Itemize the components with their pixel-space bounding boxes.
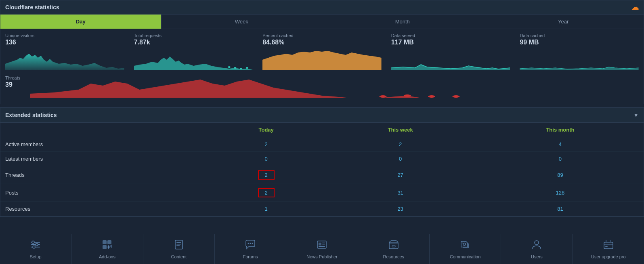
svg-point-13 (453, 95, 460, 98)
nav-item-user-upgrade[interactable]: User upgrade pro (573, 234, 644, 252)
content-icon (173, 239, 185, 252)
nav-item-forums[interactable]: Forums (215, 234, 286, 252)
svg-point-29 (252, 243, 253, 244)
row-week: 0 (324, 152, 476, 166)
svg-point-3 (234, 67, 236, 69)
row-label: Threads (0, 166, 208, 184)
total-requests-value: 7.87k (134, 39, 253, 46)
collapse-icon[interactable]: ▼ (633, 112, 639, 118)
svg-rect-25 (176, 244, 181, 245)
svg-point-4 (240, 68, 242, 69)
extended-stats-table: Today This week This month Active member… (0, 123, 644, 216)
stat-data-cached: Data cached 99 MB (515, 33, 644, 70)
row-label: Posts (0, 184, 208, 202)
stat-data-served: Data served 117 MB (386, 33, 515, 70)
data-cached-label: Data cached (520, 33, 639, 38)
svg-point-19 (33, 246, 35, 248)
unique-visitors-label: Unique visitors (5, 33, 124, 38)
addons-icon (101, 239, 113, 252)
svg-rect-21 (107, 240, 111, 244)
users-icon (531, 239, 542, 252)
svg-rect-32 (322, 243, 325, 243)
news-publisher-icon (316, 239, 327, 252)
svg-rect-42 (605, 246, 608, 247)
svg-rect-34 (319, 246, 325, 247)
svg-point-5 (246, 67, 248, 69)
row-month: 81 (477, 202, 644, 216)
svg-rect-37 (392, 245, 395, 247)
row-week: 31 (324, 184, 476, 202)
tab-week[interactable]: Week (162, 15, 323, 29)
col-header-today: Today (208, 123, 324, 137)
nav-item-addons[interactable]: Add-ons (71, 234, 143, 252)
row-label: Active members (0, 137, 208, 152)
tab-month[interactable]: Month (322, 15, 483, 29)
data-served-value: 117 MB (391, 39, 510, 46)
row-today: 0 (208, 152, 324, 166)
svg-rect-41 (604, 244, 613, 245)
threats-row: Threats 39 (0, 74, 644, 104)
total-requests-label: Total requests (134, 33, 253, 38)
svg-rect-20 (103, 240, 107, 244)
svg-rect-40 (604, 242, 613, 249)
svg-rect-24 (176, 242, 181, 243)
data-cached-value: 99 MB (520, 39, 639, 46)
nav-item-news-publisher[interactable]: News Publisher (286, 234, 358, 252)
row-week: 2 (324, 137, 476, 152)
stat-total-requests: Total requests 7.87k (129, 33, 258, 70)
row-month: 0 (477, 152, 644, 166)
resources-icon (388, 239, 399, 252)
svg-rect-23 (175, 240, 183, 249)
svg-point-11 (404, 94, 411, 97)
stats-row: Unique visitors 136 (0, 29, 644, 74)
nav-item-communication[interactable]: Communication (430, 234, 501, 252)
cloudflare-section: Cloudflare statistics ☁ Day Week Month Y… (0, 0, 644, 104)
row-today: 2 (208, 137, 324, 152)
unique-visitors-value: 136 (5, 39, 124, 46)
row-month: 128 (477, 184, 644, 202)
threats-label: Threats (5, 75, 20, 80)
setup-icon (30, 239, 41, 252)
col-header-week: This week (324, 123, 476, 137)
cloudflare-title: Cloudflare statistics (5, 4, 59, 10)
percent-cached-chart (262, 48, 382, 70)
cloudflare-header: Cloudflare statistics ☁ (0, 0, 644, 15)
table-row: Resources12381 (0, 202, 644, 216)
communication-icon (459, 239, 471, 252)
svg-point-18 (36, 243, 38, 246)
unique-visitors-chart (5, 48, 124, 70)
row-label: Resources (0, 202, 208, 216)
stat-unique-visitors: Unique visitors 136 (0, 33, 129, 70)
extended-statistics-title: Extended statistics (5, 112, 57, 118)
row-week: 27 (324, 166, 476, 184)
nav-item-content[interactable]: Content (143, 234, 215, 252)
svg-rect-26 (176, 245, 180, 246)
svg-rect-22 (103, 245, 107, 249)
total-requests-chart (134, 48, 253, 70)
svg-point-38 (463, 243, 466, 245)
svg-rect-36 (389, 243, 398, 244)
nav-item-resources[interactable]: Resources (358, 234, 430, 252)
svg-rect-31 (319, 243, 321, 245)
tab-year[interactable]: Year (483, 15, 644, 29)
data-served-chart (391, 48, 510, 70)
row-label: Latest members (0, 152, 208, 166)
tab-day[interactable]: Day (0, 15, 162, 29)
data-served-label: Data served (391, 33, 510, 38)
svg-rect-33 (322, 244, 325, 245)
nav-item-setup[interactable]: Setup (0, 234, 71, 252)
table-row: Latest members000 (0, 152, 644, 166)
table-header-row: Today This week This month (0, 123, 644, 137)
svg-point-12 (428, 95, 435, 98)
threats-value: 39 (5, 81, 20, 88)
nav-item-users[interactable]: Users (501, 234, 573, 252)
svg-point-27 (248, 243, 249, 244)
svg-marker-9 (30, 80, 639, 98)
bottom-navigation: Setup Add-ons Content (0, 234, 644, 252)
forums-icon (245, 239, 256, 252)
cloudflare-icon: ☁ (631, 3, 639, 12)
svg-marker-0 (5, 54, 124, 70)
svg-point-39 (535, 241, 539, 245)
percent-cached-value: 84.68% (262, 39, 382, 46)
threats-item: Threats 39 (0, 75, 25, 99)
